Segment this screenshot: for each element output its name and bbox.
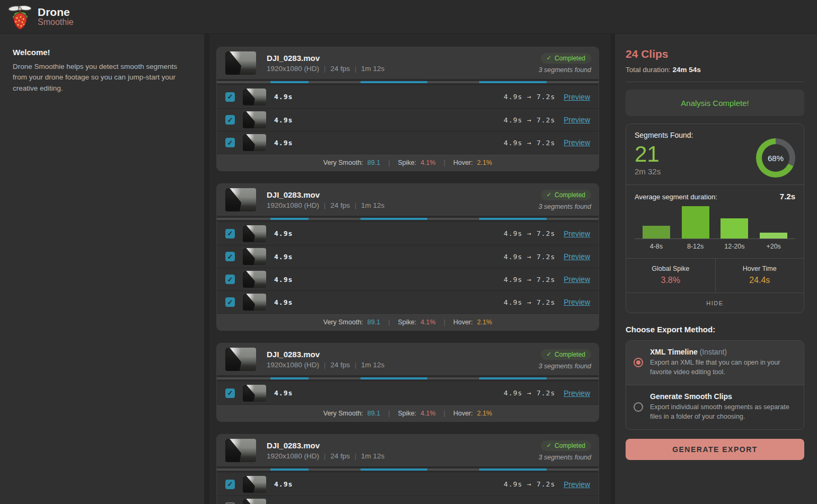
timeline-segment[interactable] xyxy=(270,377,309,379)
meta-divider: | xyxy=(324,202,326,209)
segment-list: ✓ 4.9s 4.9s → 7.2s Preview ✓ 4.9s 4.9s →… xyxy=(217,473,599,504)
timeline-segment[interactable] xyxy=(361,218,427,220)
hover-time-stat: Hover Time 24.4s xyxy=(715,259,804,293)
spike-value: 4.1% xyxy=(420,410,436,417)
preview-link[interactable]: Preview xyxy=(564,138,590,147)
card-stats: Very Smooth: 89.1 | Spike: 4.1% | Hover:… xyxy=(217,313,599,330)
segment-thumbnail xyxy=(243,134,266,151)
timeline-segment[interactable] xyxy=(479,81,547,83)
timeline-track[interactable] xyxy=(217,218,599,220)
preview-link[interactable]: Preview xyxy=(564,389,590,397)
duration-bar xyxy=(682,206,709,238)
status-label: Completed xyxy=(555,442,585,449)
export-option-xml-timeline[interactable]: XML Timeline (Instant) Export an XML fil… xyxy=(626,341,804,385)
segment-duration: 4.9s xyxy=(274,229,293,237)
segment-checkbox[interactable]: ✓ xyxy=(225,297,235,307)
timeline-track[interactable] xyxy=(217,81,599,83)
check-icon: ✓ xyxy=(547,191,551,198)
segment-checkbox[interactable]: ✓ xyxy=(225,480,235,489)
timeline-segment[interactable] xyxy=(361,81,427,83)
preview-link[interactable]: Preview xyxy=(564,252,590,261)
global-spike-label: Global Spike xyxy=(631,265,710,272)
preview-link[interactable]: Preview xyxy=(564,116,590,124)
segment-checkbox[interactable]: ✓ xyxy=(225,275,235,284)
preview-link[interactable]: Preview xyxy=(564,480,590,489)
radio-selected-icon[interactable] xyxy=(634,358,643,367)
status-label: Completed xyxy=(555,191,585,199)
video-title: DJI_0283.mov xyxy=(267,190,539,199)
generate-export-button[interactable]: GENERATE EXPORT xyxy=(626,439,804,460)
segment-range: 4.9s → 7.2s xyxy=(504,253,555,261)
total-duration-value: 24m 54s xyxy=(673,66,701,74)
segment-checkbox[interactable]: ✓ xyxy=(225,252,235,261)
preview-link[interactable]: Preview xyxy=(564,298,590,306)
segment-duration: 4.9s xyxy=(274,298,293,306)
meta-divider: | xyxy=(355,202,356,209)
video-card-header: DJI_0283.mov 1920x1080 (HD) | 24 fps | 1… xyxy=(217,343,599,375)
spike-hover-section: Global Spike 3.8% Hover Time 24.4s xyxy=(626,258,804,293)
timeline-segment[interactable] xyxy=(479,218,547,220)
very-smooth-value: 89.1 xyxy=(367,319,380,326)
video-resolution: 1920x1080 (HD) xyxy=(267,361,319,369)
segment-row: ✓ 4.9s 4.9s → 7.2s Preview xyxy=(217,108,599,131)
check-icon: ✓ xyxy=(547,55,551,61)
brand-title: Drone xyxy=(38,6,74,18)
segments-count: 21 xyxy=(635,143,756,166)
segment-duration: 4.9s xyxy=(274,480,293,488)
timeline-segment[interactable] xyxy=(361,468,427,471)
export-option-title: Generate Smooth Clips xyxy=(650,392,732,401)
hide-button[interactable]: HIDE xyxy=(706,300,723,306)
very-smooth-label: Very Smooth: xyxy=(323,319,363,326)
preview-link[interactable]: Preview xyxy=(564,275,590,284)
check-icon: ✓ xyxy=(547,442,551,449)
timeline-segment[interactable] xyxy=(270,81,309,83)
segment-checkbox[interactable]: ✓ xyxy=(225,92,235,102)
card-stats: Very Smooth: 89.1 | Spike: 4.1% | Hover:… xyxy=(217,154,599,171)
timeline-segment[interactable] xyxy=(270,218,309,220)
segment-row: ✓ 4.9s 4.9s → 7.2s Preview xyxy=(217,245,599,268)
segment-row: ✓ 4.9s 4.9s → 7.2s Preview xyxy=(217,382,599,404)
segment-range: 4.9s → 7.2s xyxy=(504,298,555,306)
timeline-track[interactable] xyxy=(217,468,599,471)
video-fps: 24 fps xyxy=(330,452,350,460)
video-card-header: DJI_0283.mov 1920x1080 (HD) | 24 fps | 1… xyxy=(217,184,599,216)
meta-divider: | xyxy=(324,65,326,73)
segments-found-note: 3 segments found xyxy=(539,203,591,210)
check-icon: ✓ xyxy=(227,253,233,261)
meta-divider: | xyxy=(355,453,356,460)
timeline-segment[interactable] xyxy=(479,377,547,379)
preview-link[interactable]: Preview xyxy=(564,229,590,238)
hover-label: Hover: xyxy=(453,319,473,326)
video-list: DJI_0283.mov 1920x1080 (HD) | 24 fps | 1… xyxy=(209,34,611,504)
meta-divider: | xyxy=(355,65,356,73)
segment-checkbox[interactable]: ✓ xyxy=(225,388,235,398)
bar-label: +20s xyxy=(760,243,787,250)
segment-list: ✓ 4.9s 4.9s → 7.2s Preview xyxy=(217,382,599,404)
timeline-segment[interactable] xyxy=(270,468,309,471)
segment-checkbox[interactable]: ✓ xyxy=(225,115,235,125)
timeline-segment[interactable] xyxy=(479,468,547,471)
radio-unselected-icon[interactable] xyxy=(634,402,643,412)
segment-duration: 4.9s xyxy=(274,276,293,284)
segment-checkbox[interactable]: ✓ xyxy=(225,229,235,238)
segment-thumbnail xyxy=(243,271,266,288)
segment-row: ✓ 4.9s 4.9s → 7.2s Preview xyxy=(217,290,599,313)
export-option-suffix: (Instant) xyxy=(700,348,727,356)
timeline-segment[interactable] xyxy=(361,377,427,379)
segment-checkbox[interactable]: ✓ xyxy=(225,138,235,147)
preview-link[interactable]: Preview xyxy=(564,93,590,101)
export-option-generate-clips[interactable]: Generate Smooth Clips Export individual … xyxy=(626,385,804,429)
video-resolution: 1920x1080 (HD) xyxy=(267,452,319,460)
check-icon: ✓ xyxy=(227,116,233,124)
timeline-track[interactable] xyxy=(217,377,599,379)
bar-label: 4-8s xyxy=(643,243,670,250)
segment-thumbnail xyxy=(243,225,266,242)
segment-range: 4.9s → 7.2s xyxy=(504,229,555,237)
status-label: Completed xyxy=(555,351,585,358)
export-option-title: XML Timeline xyxy=(650,348,698,356)
total-duration: Total duration: 24m 54s xyxy=(626,66,804,82)
export-method-heading: Choose Export Method: xyxy=(626,325,804,334)
segment-duration: 4.9s xyxy=(274,116,293,124)
check-icon: ✓ xyxy=(227,229,233,237)
video-title: DJI_0283.mov xyxy=(267,350,539,359)
